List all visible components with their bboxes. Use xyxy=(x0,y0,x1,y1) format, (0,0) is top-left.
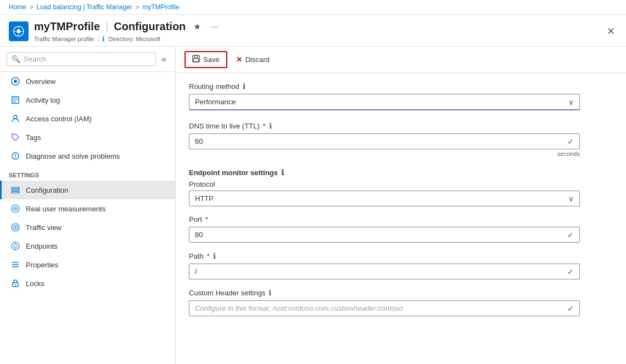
more-button[interactable]: ··· xyxy=(209,20,220,34)
svg-point-34 xyxy=(15,284,16,285)
overview-icon xyxy=(10,76,20,86)
endpoint-monitor-group: Endpoint monitor settings ℹ Protocol HTT… xyxy=(189,168,580,316)
protocol-select[interactable]: HTTP HTTPS TCP xyxy=(189,191,579,206)
sidebar-item-properties-label: Properties xyxy=(26,261,58,269)
path-label: Path * ℹ xyxy=(189,251,580,260)
discard-button[interactable]: ✕ Discard xyxy=(230,53,276,66)
sidebar-item-locks-label: Locks xyxy=(26,279,44,288)
sidebar-item-traffic-view[interactable]: Traffic view xyxy=(0,218,175,237)
custom-header-label: Custom Header settings ℹ xyxy=(189,288,580,297)
sidebar-item-locks[interactable]: Locks xyxy=(0,274,175,293)
sidebar-item-tags-label: Tags xyxy=(26,133,41,142)
sidebar-item-real-user-label: Real user measurements xyxy=(26,205,105,213)
port-input[interactable] xyxy=(189,227,579,242)
dns-ttl-label-text: DNS time to live (TTL) xyxy=(189,122,260,130)
search-box[interactable]: 🔍 xyxy=(7,52,156,66)
search-input[interactable] xyxy=(24,55,151,63)
page-title-main: myTMProfile | Configuration ★ ··· xyxy=(34,19,221,34)
sidebar-item-overview-label: Overview xyxy=(26,77,55,86)
page-header: myTMProfile | Configuration ★ ··· Traffi… xyxy=(0,15,626,47)
endpoint-monitor-label-text: Endpoint monitor settings xyxy=(189,169,278,177)
breadcrumb-profile[interactable]: myTMProfile xyxy=(142,3,179,11)
sidebar-item-real-user[interactable]: Real user measurements xyxy=(0,199,175,218)
dns-ttl-hint: seconds xyxy=(189,150,580,157)
svg-point-1 xyxy=(16,29,20,33)
save-label: Save xyxy=(203,55,220,64)
svg-point-25 xyxy=(15,227,16,228)
sidebar-item-diagnose-label: Diagnose and solve problems xyxy=(26,152,120,160)
sidebar: 🔍 « Overview Activity log xyxy=(0,47,176,364)
breadcrumb-sep1: > xyxy=(30,4,33,10)
sidebar-item-tags[interactable]: Tags xyxy=(0,128,175,147)
endpoint-monitor-info-icon[interactable]: ℹ xyxy=(281,168,284,177)
search-icon: 🔍 xyxy=(12,55,20,63)
favorite-button[interactable]: ★ xyxy=(191,19,203,34)
save-icon xyxy=(192,55,200,64)
svg-rect-19 xyxy=(12,192,19,193)
sidebar-item-configuration[interactable]: Configuration xyxy=(0,181,175,199)
svg-rect-37 xyxy=(193,59,199,61)
port-label-text: Port xyxy=(189,215,202,223)
svg-point-27 xyxy=(14,244,17,248)
custom-header-input-wrapper: ✓ xyxy=(189,300,580,316)
sidebar-item-iam[interactable]: Access control (IAM) xyxy=(0,109,175,128)
custom-header-input[interactable] xyxy=(189,301,579,316)
dns-ttl-input[interactable] xyxy=(189,134,579,149)
toolbar: Save ✕ Discard xyxy=(176,47,626,73)
dns-ttl-input-wrapper: ✓ xyxy=(189,133,580,149)
port-check-icon: ✓ xyxy=(567,231,574,239)
svg-point-22 xyxy=(15,208,16,209)
dns-ttl-group: DNS time to live (TTL) * ℹ ✓ seconds xyxy=(189,121,580,157)
save-button[interactable]: Save xyxy=(185,51,227,68)
protocol-label-text: Protocol xyxy=(189,180,580,188)
dns-ttl-required: * xyxy=(263,122,266,130)
routing-method-select[interactable]: Performance Priority Weighted Geographic xyxy=(189,94,579,109)
path-required: * xyxy=(207,252,210,260)
endpoint-monitor-label: Endpoint monitor settings ℹ xyxy=(189,168,580,177)
breadcrumb-loadbalancing[interactable]: Load balancing | Traffic Manager xyxy=(36,3,132,11)
port-group: Port * ✓ xyxy=(189,215,580,243)
sidebar-item-activity-log-label: Activity log xyxy=(26,96,60,104)
properties-icon xyxy=(10,260,20,270)
content-area: Save ✕ Discard Routing method ℹ Performa… xyxy=(176,47,626,364)
header-left: myTMProfile | Configuration ★ ··· Traffi… xyxy=(9,19,221,43)
port-input-wrapper: ✓ xyxy=(189,227,580,243)
close-button[interactable]: ✕ xyxy=(605,23,617,40)
dns-ttl-label: DNS time to live (TTL) * ℹ xyxy=(189,121,580,130)
main-layout: 🔍 « Overview Activity log xyxy=(0,47,626,364)
sidebar-item-endpoints[interactable]: Endpoints xyxy=(0,237,175,255)
form-area: Routing method ℹ Performance Priority We… xyxy=(176,73,593,336)
protocol-group: Protocol HTTP HTTPS TCP ∨ xyxy=(189,180,580,206)
real-user-icon xyxy=(10,204,20,214)
sidebar-item-endpoints-label: Endpoints xyxy=(26,242,58,250)
path-input[interactable] xyxy=(189,264,579,279)
routing-method-group: Routing method ℹ Performance Priority We… xyxy=(189,82,580,110)
custom-header-label-text: Custom Header settings xyxy=(189,289,265,297)
sidebar-item-configuration-label: Configuration xyxy=(26,186,68,194)
iam-icon xyxy=(10,114,20,124)
dns-ttl-check-icon: ✓ xyxy=(567,137,574,146)
header-actions: ✕ xyxy=(605,23,617,40)
routing-method-label: Routing method ℹ xyxy=(189,82,580,91)
path-info-icon[interactable]: ℹ xyxy=(213,251,216,260)
routing-method-select-wrapper: Performance Priority Weighted Geographic… xyxy=(189,94,580,110)
endpoints-icon xyxy=(10,241,20,251)
routing-method-info-icon[interactable]: ℹ xyxy=(243,82,245,91)
port-required: * xyxy=(205,215,208,223)
breadcrumb-home[interactable]: Home xyxy=(9,3,26,11)
collapse-button[interactable]: « xyxy=(159,53,169,65)
page-subtitle: Traffic Manager profile | ℹ Directory: M… xyxy=(34,35,221,43)
sidebar-item-properties[interactable]: Properties xyxy=(0,255,175,274)
settings-section-label: Settings xyxy=(0,165,175,181)
sidebar-item-activity-log[interactable]: Activity log xyxy=(0,91,175,109)
sidebar-item-overview[interactable]: Overview xyxy=(0,72,175,91)
directory-label: Directory: Microsoft xyxy=(108,36,160,42)
custom-header-info-icon[interactable]: ℹ xyxy=(269,288,271,297)
traffic-view-icon xyxy=(10,222,20,232)
svg-point-13 xyxy=(13,135,14,136)
resource-type: Traffic Manager profile xyxy=(34,36,94,42)
activity-log-icon xyxy=(10,95,20,105)
sidebar-item-iam-label: Access control (IAM) xyxy=(26,115,92,123)
dns-ttl-info-icon[interactable]: ℹ xyxy=(269,121,272,130)
sidebar-item-diagnose[interactable]: Diagnose and solve problems xyxy=(0,147,175,165)
